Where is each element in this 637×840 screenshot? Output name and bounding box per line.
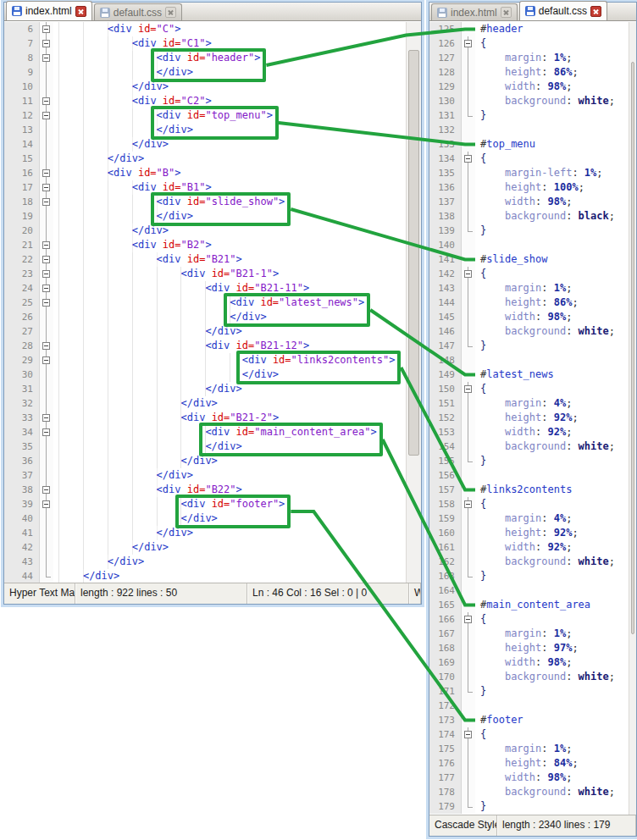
tab-left-index.html[interactable]: index.html xyxy=(6,1,92,20)
code-text[interactable]: margin: 1%; xyxy=(475,51,629,65)
code-text[interactable]: <div id="B21-2"> xyxy=(53,411,407,425)
code-text[interactable]: height: 86%; xyxy=(475,65,629,80)
fold-marker[interactable] xyxy=(40,36,53,51)
code-text[interactable]: background: white; xyxy=(475,94,629,108)
tab-close-icon[interactable] xyxy=(590,6,601,17)
tab-close-icon[interactable] xyxy=(165,7,176,18)
code-text[interactable]: </div> xyxy=(53,310,407,324)
fold-marker[interactable] xyxy=(40,94,53,108)
code-text[interactable]: </div> xyxy=(53,569,407,583)
fold-marker[interactable] xyxy=(40,497,53,511)
fold-marker[interactable] xyxy=(462,339,475,353)
code-text[interactable]: <div id="C"> xyxy=(53,22,407,36)
code-text[interactable]: } xyxy=(475,569,629,583)
right-vertical-scrollbar[interactable] xyxy=(629,22,636,815)
code-text[interactable]: width: 98%; xyxy=(475,310,629,324)
code-text[interactable]: } xyxy=(475,799,629,814)
code-text[interactable]: { xyxy=(475,727,629,742)
fold-marker[interactable] xyxy=(40,296,53,310)
code-text[interactable] xyxy=(475,238,629,252)
fold-marker[interactable] xyxy=(462,612,475,627)
code-text[interactable]: </div> xyxy=(53,396,407,411)
code-text[interactable]: } xyxy=(475,454,629,468)
fold-marker[interactable] xyxy=(462,684,475,699)
code-text[interactable]: } xyxy=(475,224,629,238)
code-text[interactable]: </div> xyxy=(53,80,407,94)
code-text[interactable]: </div> xyxy=(53,468,407,483)
code-text[interactable]: <div id="slide_show"> xyxy=(53,195,407,209)
code-text[interactable]: <div id="B21-1"> xyxy=(53,267,407,281)
code-text[interactable]: width: 92%; xyxy=(475,425,629,439)
code-text[interactable]: margin: 4%; xyxy=(475,511,629,526)
code-text[interactable]: height: 92%; xyxy=(475,411,629,425)
fold-marker[interactable] xyxy=(462,152,475,166)
code-text[interactable]: margin: 1%; xyxy=(475,281,629,296)
code-text[interactable]: #top_menu xyxy=(475,137,629,152)
code-text[interactable]: <div id="B21-11"> xyxy=(53,281,407,296)
fold-marker[interactable] xyxy=(462,108,475,123)
fold-marker[interactable] xyxy=(40,353,53,368)
code-text[interactable]: <div id="footer"> xyxy=(53,497,407,511)
code-text[interactable]: <div id="C2"> xyxy=(53,94,407,108)
fold-marker[interactable] xyxy=(40,483,53,497)
code-text[interactable]: <div id="B21"> xyxy=(53,252,407,267)
code-text[interactable]: background: white; xyxy=(475,670,629,684)
fold-marker[interactable] xyxy=(40,166,53,180)
code-text[interactable]: background: white; xyxy=(475,439,629,454)
fold-marker[interactable] xyxy=(40,22,53,36)
code-text[interactable]: #footer xyxy=(475,713,629,727)
code-text[interactable]: { xyxy=(475,267,629,281)
code-text[interactable]: { xyxy=(475,382,629,396)
fold-marker[interactable] xyxy=(462,382,475,396)
fold-marker[interactable] xyxy=(40,108,53,123)
tab-right-default.css[interactable]: default.css xyxy=(519,1,607,20)
code-text[interactable]: } xyxy=(475,684,629,699)
code-text[interactable]: #main_content_area xyxy=(475,598,629,612)
fold-marker[interactable] xyxy=(462,267,475,281)
code-text[interactable]: } xyxy=(475,339,629,353)
code-text[interactable] xyxy=(475,699,629,713)
code-text[interactable]: { xyxy=(475,612,629,627)
tab-close-icon[interactable] xyxy=(75,6,86,17)
code-text[interactable]: { xyxy=(475,497,629,511)
fold-marker[interactable] xyxy=(40,281,53,296)
code-text[interactable]: <div id="B2"> xyxy=(53,238,407,252)
fold-marker[interactable] xyxy=(40,425,53,439)
code-text[interactable]: </div> xyxy=(53,152,407,166)
left-scrollbar-thumb[interactable] xyxy=(408,50,419,456)
fold-marker[interactable] xyxy=(40,411,53,425)
code-text[interactable]: </div> xyxy=(53,368,407,382)
code-text[interactable] xyxy=(475,353,629,368)
left-vertical-scrollbar[interactable] xyxy=(406,22,421,583)
fold-marker[interactable] xyxy=(40,339,53,353)
fold-marker[interactable] xyxy=(462,727,475,742)
code-text[interactable]: </div> xyxy=(53,454,407,468)
fold-marker[interactable] xyxy=(462,454,475,468)
code-text[interactable]: height: 92%; xyxy=(475,526,629,540)
code-text[interactable]: width: 98%; xyxy=(475,655,629,670)
code-text[interactable]: #header xyxy=(475,22,629,36)
code-text[interactable]: { xyxy=(475,36,629,51)
code-text[interactable]: </div> xyxy=(53,439,407,454)
code-text[interactable] xyxy=(475,123,629,137)
code-text[interactable]: background: black; xyxy=(475,209,629,224)
fold-marker[interactable] xyxy=(462,36,475,51)
code-text[interactable]: } xyxy=(475,108,629,123)
code-text[interactable]: <div id="B22"> xyxy=(53,483,407,497)
code-text[interactable]: margin: 1%; xyxy=(475,627,629,641)
tab-right-index.html[interactable]: index.html xyxy=(431,3,518,20)
code-text[interactable]: </div> xyxy=(53,511,407,526)
code-text[interactable]: <div id="header"> xyxy=(53,51,407,65)
code-text[interactable]: <div id="B"> xyxy=(53,166,407,180)
code-text[interactable]: width: 98%; xyxy=(475,195,629,209)
code-text[interactable]: width: 98%; xyxy=(475,80,629,94)
fold-marker[interactable] xyxy=(40,180,53,195)
code-text[interactable]: height: 86%; xyxy=(475,296,629,310)
code-text[interactable]: background: white; xyxy=(475,555,629,569)
code-text[interactable]: width: 98%; xyxy=(475,771,629,785)
fold-marker[interactable] xyxy=(462,497,475,511)
code-text[interactable]: </div> xyxy=(53,224,407,238)
fold-marker[interactable] xyxy=(40,195,53,209)
code-text[interactable]: <div id="top_menu"> xyxy=(53,108,407,123)
right-scrollbar-thumb[interactable] xyxy=(631,62,634,634)
